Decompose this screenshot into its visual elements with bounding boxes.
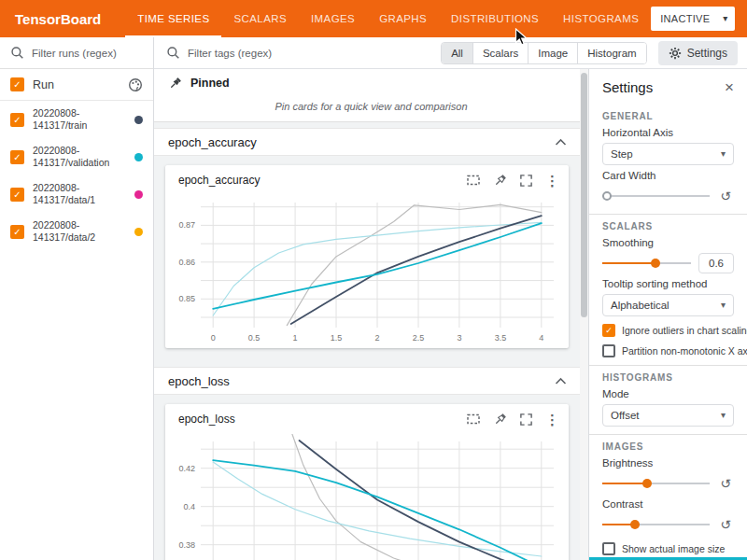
- more-options-icon[interactable]: ⋮: [545, 174, 559, 188]
- show-actual-size-row[interactable]: Show actual image size: [602, 542, 734, 555]
- smoothing-slider[interactable]: [602, 257, 691, 270]
- chevron-down-icon: ▾: [723, 14, 727, 23]
- contrast-slider[interactable]: [602, 518, 710, 531]
- pinned-block: Pinned Pin cards for a quick view and co…: [154, 69, 588, 122]
- brightness-row: ↺: [602, 473, 734, 494]
- fullscreen-icon[interactable]: [519, 174, 533, 188]
- histogram-mode-label: Mode: [602, 388, 734, 399]
- scrollbar-track[interactable]: [580, 69, 588, 560]
- close-icon[interactable]: ×: [725, 79, 734, 95]
- tags-toolbar: All Scalars Image Histogram Settings: [154, 37, 747, 69]
- status-value: INACTIVE: [660, 13, 710, 24]
- slider-thumb[interactable]: [602, 191, 612, 201]
- pin-card-icon[interactable]: [493, 413, 507, 427]
- run-checkbox[interactable]: ✓: [10, 225, 24, 239]
- filter-scalars-button[interactable]: Scalars: [472, 43, 528, 63]
- reset-icon[interactable]: ↺: [717, 189, 734, 203]
- general-section-label: GENERAL: [602, 111, 734, 121]
- pin-card-icon[interactable]: [493, 174, 507, 188]
- chevron-down-icon: ▾: [721, 149, 726, 159]
- section-header-epoch-accuracy[interactable]: epoch_accuracy: [154, 128, 588, 156]
- tooltip-sorting-select[interactable]: Alphabetical ▾: [602, 294, 734, 316]
- chevron-down-icon: ▾: [721, 411, 726, 420]
- section-body-epoch-loss: epoch_loss ⋮ 00.511.522.533.540.420.40.3…: [154, 395, 588, 560]
- run-color-dot: [134, 116, 143, 124]
- settings-button-label: Settings: [687, 47, 727, 60]
- svg-text:2.5: 2.5: [413, 333, 425, 343]
- card-width-row: ↺: [602, 186, 734, 206]
- run-select-all-checkbox[interactable]: ✓: [10, 77, 24, 91]
- main-region: All Scalars Image Histogram Settings Pin…: [154, 37, 747, 560]
- slider-fill: [602, 262, 655, 264]
- run-checkbox[interactable]: ✓: [10, 113, 24, 127]
- card-width-slider[interactable]: [602, 189, 710, 203]
- epoch-loss-card: epoch_loss ⋮ 00.511.522.533.540.420.40.3…: [165, 404, 569, 560]
- histograms-section-label: HISTOGRAMS: [602, 372, 734, 383]
- show-actual-size-checkbox[interactable]: [602, 542, 615, 555]
- tooltip-sorting-label: Tooltip sorting method: [602, 278, 734, 289]
- filter-histogram-button[interactable]: Histogram: [577, 43, 645, 63]
- check-icon: ✓: [13, 189, 21, 200]
- slider-thumb[interactable]: [642, 479, 652, 488]
- slider-thumb[interactable]: [630, 520, 640, 529]
- card-actions: ⋮: [466, 173, 559, 188]
- svg-text:0: 0: [211, 333, 216, 343]
- section-body-epoch-accuracy: epoch_accuracy ⋮ 00.511.522.533.540.850.…: [154, 156, 588, 361]
- fit-to-data-icon[interactable]: [466, 412, 481, 427]
- color-palette-icon[interactable]: [128, 77, 143, 92]
- epoch-loss-chart[interactable]: 00.511.522.533.540.420.40.380.36: [165, 434, 569, 560]
- reset-icon[interactable]: ↺: [717, 477, 734, 490]
- more-options-icon[interactable]: ⋮: [545, 413, 559, 427]
- run-row-validation[interactable]: ✓ 20220808-141317/validation: [0, 138, 153, 175]
- run-row-train[interactable]: ✓ 20220808-141317/train: [0, 101, 153, 138]
- run-row-data-1[interactable]: ✓ 20220808-141317/data/1: [0, 175, 153, 213]
- reload-status-dropdown[interactable]: INACTIVE ▾: [651, 7, 734, 31]
- run-checkbox[interactable]: ✓: [10, 150, 24, 164]
- partition-x-axis-checkbox[interactable]: [602, 344, 615, 357]
- svg-text:0.5: 0.5: [248, 333, 261, 343]
- check-icon: ✓: [13, 152, 21, 162]
- run-row-data-2[interactable]: ✓ 20220808-141317/data/2: [0, 213, 153, 250]
- tab-distributions[interactable]: DISTRIBUTIONS: [439, 0, 551, 37]
- app-title: TensorBoard: [0, 11, 101, 27]
- section-title: epoch_accuracy: [168, 135, 257, 149]
- svg-text:2: 2: [374, 333, 379, 343]
- smoothing-label: Smoothing: [602, 237, 734, 248]
- tab-scalars[interactable]: SCALARS: [221, 0, 299, 37]
- svg-text:0.85: 0.85: [178, 294, 195, 303]
- histogram-mode-select[interactable]: Offset ▾: [602, 404, 734, 427]
- chevron-up-icon[interactable]: [555, 377, 574, 385]
- tags-filter-input[interactable]: [188, 48, 433, 59]
- ignore-outliers-row[interactable]: ✓ Ignore outliers in chart scaling: [602, 324, 734, 337]
- tab-time-series[interactable]: TIME SERIES: [125, 0, 221, 37]
- partition-x-axis-label: Partition non-monotonic X axis: [622, 345, 747, 357]
- ignore-outliers-checkbox[interactable]: ✓: [602, 324, 615, 337]
- horizontal-axis-select[interactable]: Step ▾: [602, 143, 734, 165]
- tab-images[interactable]: IMAGES: [299, 0, 367, 37]
- tab-graphs[interactable]: GRAPHS: [367, 0, 439, 37]
- tags-filter-row: [166, 46, 433, 60]
- filter-image-button[interactable]: Image: [528, 43, 577, 63]
- brightness-slider[interactable]: [602, 477, 710, 490]
- partition-x-axis-row[interactable]: Partition non-monotonic X axis i: [602, 344, 734, 357]
- runs-filter-input[interactable]: [32, 48, 143, 59]
- slider-thumb[interactable]: [651, 259, 660, 268]
- chevron-up-icon[interactable]: [555, 138, 574, 147]
- epoch-accuracy-chart[interactable]: 00.511.522.533.540.850.860.87: [165, 195, 569, 348]
- filter-all-button[interactable]: All: [442, 43, 472, 63]
- tab-histograms[interactable]: HISTOGRAMS: [551, 0, 651, 37]
- run-checkbox[interactable]: ✓: [10, 188, 24, 202]
- smoothing-value-input[interactable]: 0.6: [698, 253, 734, 273]
- tooltip-sorting-value: Alphabetical: [611, 300, 669, 311]
- smoothing-row: 0.6: [602, 253, 734, 273]
- svg-text:1.5: 1.5: [331, 333, 343, 343]
- card-actions: ⋮: [466, 412, 559, 427]
- reset-icon[interactable]: ↺: [717, 518, 734, 531]
- section-header-epoch-loss[interactable]: epoch_loss: [154, 367, 588, 395]
- settings-button[interactable]: Settings: [658, 41, 738, 65]
- scrollbar-thumb[interactable]: [581, 73, 587, 317]
- run-color-dot: [134, 153, 143, 161]
- card-header: epoch_loss ⋮: [165, 404, 569, 434]
- fullscreen-icon[interactable]: [519, 413, 533, 427]
- fit-to-data-icon[interactable]: [466, 173, 481, 188]
